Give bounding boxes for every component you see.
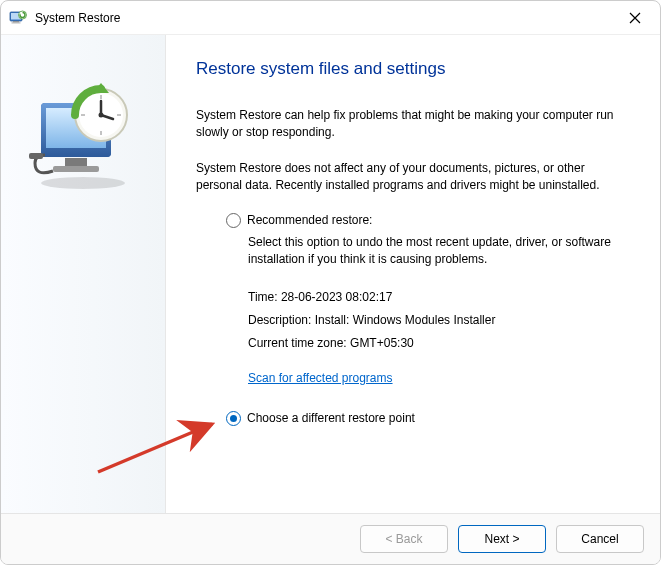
svg-rect-3 xyxy=(12,22,21,23)
option-recommended: Recommended restore: Select this option … xyxy=(226,213,630,385)
detail-timezone: Current time zone: GMT+05:30 xyxy=(248,332,630,355)
main-content: Restore system files and settings System… xyxy=(166,35,660,513)
radio-different-label: Choose a different restore point xyxy=(247,411,415,425)
page-heading: Restore system files and settings xyxy=(196,59,630,79)
intro-paragraph-1: System Restore can help fix problems tha… xyxy=(196,107,630,142)
close-button[interactable] xyxy=(620,3,650,33)
radio-recommended[interactable] xyxy=(226,213,241,228)
system-restore-icon xyxy=(9,9,27,27)
titlebar: System Restore xyxy=(1,1,660,35)
svg-point-5 xyxy=(41,177,125,189)
svg-rect-12 xyxy=(29,153,43,159)
back-button: < Back xyxy=(360,525,448,553)
recommended-details: Time: 28-06-2023 08:02:17 Description: I… xyxy=(248,286,630,354)
detail-time: Time: 28-06-2023 08:02:17 xyxy=(248,286,630,309)
radio-different[interactable] xyxy=(226,411,241,426)
sidebar xyxy=(1,35,166,513)
recommended-description: Select this option to undo the most rece… xyxy=(248,234,630,269)
next-button[interactable]: Next > xyxy=(458,525,546,553)
radio-recommended-label: Recommended restore: xyxy=(247,213,372,227)
scan-affected-link[interactable]: Scan for affected programs xyxy=(248,371,393,385)
svg-rect-11 xyxy=(53,166,99,172)
intro-paragraph-2: System Restore does not affect any of yo… xyxy=(196,160,630,195)
cancel-button[interactable]: Cancel xyxy=(556,525,644,553)
svg-point-21 xyxy=(99,113,104,118)
radio-different-row[interactable]: Choose a different restore point xyxy=(226,411,630,426)
radio-recommended-row[interactable]: Recommended restore: xyxy=(226,213,630,228)
svg-rect-2 xyxy=(13,21,19,22)
restore-illustration xyxy=(23,75,143,195)
window-title: System Restore xyxy=(35,11,620,25)
option-different: Choose a different restore point xyxy=(226,411,630,426)
dialog-body: Restore system files and settings System… xyxy=(1,35,660,514)
system-restore-window: System Restore xyxy=(0,0,661,565)
footer: < Back Next > Cancel xyxy=(1,514,660,564)
svg-rect-10 xyxy=(65,158,87,166)
detail-description: Description: Install: Windows Modules In… xyxy=(248,309,630,332)
